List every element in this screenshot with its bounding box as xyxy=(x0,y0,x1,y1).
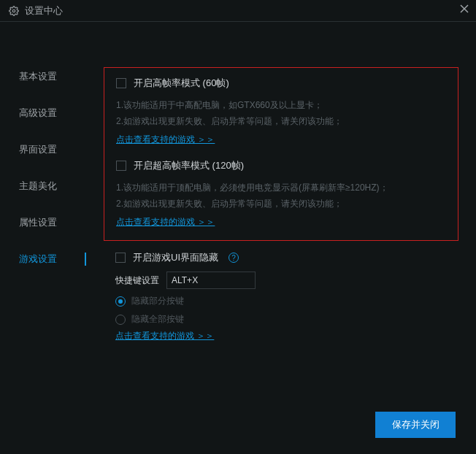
fps120-label: 开启超高帧率模式 (120帧) xyxy=(134,159,244,172)
sidebar: 基本设置 高级设置 界面设置 主题美化 属性设置 游戏设置 xyxy=(0,22,86,454)
highlight-box: 开启高帧率模式 (60帧) 1.该功能适用于中高配电脑，如GTX660及以上显卡… xyxy=(104,67,458,241)
fps60-desc1: 1.该功能适用于中高配电脑，如GTX660及以上显卡； xyxy=(116,97,446,113)
sidebar-item-advanced[interactable]: 高级设置 xyxy=(0,95,86,131)
hideui-label: 开启游戏UI界面隐藏 xyxy=(133,251,218,264)
sidebar-item-theme[interactable]: 主题美化 xyxy=(0,168,86,204)
radio-hide-partial[interactable] xyxy=(115,296,126,307)
save-close-button[interactable]: 保存并关闭 xyxy=(375,412,456,438)
fps60-checkbox[interactable] xyxy=(116,78,126,88)
svg-point-0 xyxy=(12,9,15,12)
radio-hide-partial-label: 隐藏部分按键 xyxy=(131,295,184,307)
sidebar-item-label: 主题美化 xyxy=(19,180,57,193)
sidebar-item-basic[interactable]: 基本设置 xyxy=(0,58,86,95)
titlebar: 设置中心 xyxy=(0,0,476,22)
window-title: 设置中心 xyxy=(25,4,63,18)
content-pane: 开启高帧率模式 (60帧) 1.该功能适用于中高配电脑，如GTX660及以上显卡… xyxy=(86,22,476,454)
sidebar-item-label: 基本设置 xyxy=(19,70,57,83)
fps60-block: 开启高帧率模式 (60帧) 1.该功能适用于中高配电脑，如GTX660及以上显卡… xyxy=(116,77,446,146)
sidebar-item-ui[interactable]: 界面设置 xyxy=(0,131,86,168)
fps120-block: 开启超高帧率模式 (120帧) 1.该功能适用于顶配电脑，必须使用电竞显示器(屏… xyxy=(116,159,446,228)
hideui-block: 开启游戏UI界面隐藏 ? 快捷键设置 隐藏部分按键 隐藏全部按键 点击查看支持的… xyxy=(115,251,458,342)
hideui-supported-link[interactable]: 点击查看支持的游戏 ＞＞ xyxy=(115,330,214,342)
sidebar-item-label: 属性设置 xyxy=(19,216,57,229)
gear-icon xyxy=(9,6,19,16)
sidebar-item-label: 高级设置 xyxy=(19,107,57,120)
fps120-desc2: 2.如游戏出现更新失败、启动异常等问题，请关闭该功能； xyxy=(116,196,446,212)
fps60-supported-link[interactable]: 点击查看支持的游戏 ＞＞ xyxy=(116,134,215,146)
sidebar-item-game[interactable]: 游戏设置 xyxy=(0,241,86,277)
sidebar-item-attr[interactable]: 属性设置 xyxy=(0,204,86,241)
hotkey-input[interactable] xyxy=(166,272,256,289)
help-icon[interactable]: ? xyxy=(229,253,239,263)
fps120-desc1: 1.该功能适用于顶配电脑，必须使用电竞显示器(屏幕刷新率≥120HZ)； xyxy=(116,180,446,196)
radio-hide-all-label: 隐藏全部按键 xyxy=(131,313,184,326)
fps60-desc2: 2.如游戏出现更新失败、启动异常等问题，请关闭该功能； xyxy=(116,113,446,129)
fps60-label: 开启高帧率模式 (60帧) xyxy=(134,77,229,90)
fps120-supported-link[interactable]: 点击查看支持的游戏 ＞＞ xyxy=(116,216,215,228)
fps120-checkbox[interactable] xyxy=(116,161,126,171)
close-icon[interactable] xyxy=(460,4,469,15)
hotkey-label: 快捷键设置 xyxy=(115,274,159,287)
radio-hide-all[interactable] xyxy=(115,315,126,325)
sidebar-item-label: 游戏设置 xyxy=(19,253,57,266)
hideui-checkbox[interactable] xyxy=(115,253,126,263)
sidebar-item-label: 界面设置 xyxy=(19,143,57,156)
